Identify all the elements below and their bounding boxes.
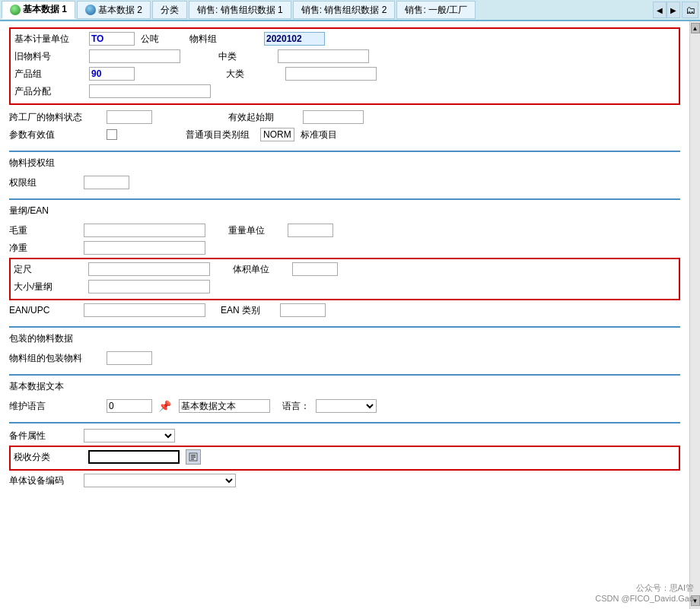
- mid-class-input[interactable]: [278, 49, 369, 63]
- pkg-group-input[interactable]: [107, 351, 152, 365]
- auth-group-label: 权限组: [9, 176, 78, 189]
- size-range-input[interactable]: [88, 280, 210, 293]
- tax-class-browse-icon[interactable]: [186, 449, 201, 465]
- basic-text-section: 基本数据文本 维护语言 📌 语言：: [9, 379, 680, 417]
- size-range-label: 大小/量纲: [14, 281, 82, 293]
- tax-class-label: 税收分类: [14, 451, 82, 464]
- param-valid-row: 参数有效值 普通项目类别组 NORM 标准项目: [9, 127, 680, 142]
- svg-rect-2: [191, 457, 196, 458]
- mid-class-label: 中类: [218, 50, 272, 63]
- divider-5: [9, 422, 680, 423]
- pkg-group-label: 物料组的包装物料: [9, 352, 100, 365]
- scroll-up-button[interactable]: ▲: [691, 23, 700, 33]
- size-label: 定尺: [14, 263, 82, 276]
- maintain-lang-label: 维护语言: [9, 400, 100, 413]
- weight-unit-label: 重量单位: [228, 224, 282, 237]
- divider-1: [9, 151, 680, 152]
- tab-sales-general[interactable]: 销售: 一般/工厂: [396, 1, 476, 19]
- auth-group-input[interactable]: [84, 176, 129, 189]
- big-class-input[interactable]: [285, 67, 377, 81]
- tab-classification[interactable]: 分类: [152, 1, 187, 19]
- tax-class-section: 税收分类: [9, 446, 680, 471]
- material-group-input[interactable]: [264, 32, 325, 46]
- net-weight-input[interactable]: [84, 241, 205, 255]
- volume-unit-label: 体积单位: [233, 263, 286, 276]
- tab3-label: 分类: [161, 4, 179, 17]
- main-content: 基本计量单位 公吨 物料组 旧物料号 中类: [0, 21, 700, 609]
- ean-upc-input[interactable]: [84, 303, 205, 317]
- basic-text-header-row: 基本数据文本: [9, 380, 680, 396]
- spare-attr-row: 备件属性: [9, 428, 680, 443]
- spare-attr-section: 备件属性 税收分类: [9, 427, 680, 492]
- old-material-input[interactable]: [89, 49, 180, 63]
- size-row: 定尺 体积单位: [14, 262, 676, 277]
- tab6-label: 销售: 一般/工厂: [405, 4, 467, 17]
- tab-sales-org-1[interactable]: 销售: 销售组织数据 1: [189, 1, 291, 19]
- tab5-label: 销售: 销售组织数据 2: [301, 4, 387, 17]
- size-input[interactable]: [88, 262, 210, 276]
- tax-class-input[interactable]: [88, 450, 180, 464]
- valid-from-label: 有效起始期: [228, 111, 297, 124]
- pkg-group-row: 物料组的包装物料: [9, 350, 680, 366]
- language-label: 语言：: [282, 400, 310, 413]
- ean-type-input[interactable]: [280, 303, 326, 317]
- svg-rect-3: [191, 458, 194, 460]
- svg-rect-1: [191, 455, 196, 456]
- tab-folder-button[interactable]: 🗂: [682, 2, 698, 18]
- general-item-label: 普通项目类别组: [186, 128, 254, 141]
- gross-weight-label: 毛重: [9, 224, 78, 237]
- cross-plant-input[interactable]: [107, 110, 152, 124]
- net-weight-row: 净重: [9, 240, 680, 255]
- scrollbar[interactable]: ▲ ▼: [689, 21, 700, 609]
- spare-attr-select[interactable]: [84, 429, 175, 442]
- product-group-label: 产品组: [14, 68, 83, 81]
- divider-4: [9, 374, 680, 376]
- tab1-icon: [10, 5, 21, 15]
- param-valid-label: 参数有效值: [9, 128, 100, 141]
- tab-basic-data-1[interactable]: 基本数据 1: [2, 1, 75, 19]
- tab-next-button[interactable]: ▶: [667, 2, 680, 18]
- basic-unit-uom: 公吨: [141, 33, 159, 46]
- product-allocation-label: 产品分配: [14, 85, 83, 98]
- cross-plant-section: 跨工厂的物料状态 有效起始期 参数有效值 普通项目类别组 NORM: [9, 108, 680, 146]
- divider-2: [9, 198, 680, 200]
- gross-weight-row: 毛重 重量单位: [9, 223, 680, 238]
- valid-from-input[interactable]: [303, 110, 364, 124]
- unit-device-select[interactable]: [84, 474, 236, 487]
- tab-prev-button[interactable]: ◀: [653, 2, 667, 18]
- tab-bar: 基本数据 1 基本数据 2 分类 销售: 销售组织数据 1 销售: 销售组织数据…: [0, 0, 700, 21]
- param-valid-checkbox[interactable]: [107, 129, 117, 140]
- product-group-row: 产品组 大类: [14, 66, 675, 81]
- basic-unit-input[interactable]: [89, 32, 135, 46]
- maintain-lang-input[interactable]: [107, 399, 152, 413]
- weight-ean-header: 量纲/EAN: [9, 205, 49, 217]
- tab2-label: 基本数据 2: [98, 4, 142, 17]
- standard-item-label: 标准项目: [301, 128, 337, 141]
- divider-3: [9, 326, 680, 328]
- ean-upc-label: EAN/UPC: [9, 305, 78, 316]
- size-range-row: 大小/量纲: [14, 279, 676, 294]
- material-group-label: 物料组: [189, 33, 258, 46]
- unit-device-label: 单体设备编码: [9, 474, 78, 487]
- weight-unit-input[interactable]: [288, 224, 333, 237]
- big-class-label: 大类: [226, 68, 279, 81]
- tab-basic-data-2[interactable]: 基本数据 2: [77, 1, 151, 19]
- scroll-down-button[interactable]: ▼: [691, 595, 700, 606]
- tab4-label: 销售: 销售组织数据 1: [197, 4, 283, 17]
- norm-badge: NORM: [260, 128, 294, 141]
- basic-data-text-input[interactable]: [179, 399, 270, 413]
- basic-info-section: 基本计量单位 公吨 物料组 旧物料号 中类: [9, 27, 680, 105]
- language-select[interactable]: [316, 399, 377, 413]
- tab-sales-org-2[interactable]: 销售: 销售组织数据 2: [293, 1, 396, 19]
- basic-unit-row: 基本计量单位 公吨 物料组: [14, 31, 675, 46]
- cross-plant-row: 跨工厂的物料状态 有效起始期: [9, 109, 680, 125]
- gross-weight-input[interactable]: [84, 224, 205, 237]
- packaging-header-row: 包装的物料数据: [9, 332, 680, 348]
- basic-unit-label: 基本计量单位: [14, 33, 83, 46]
- volume-unit-input[interactable]: [292, 262, 338, 276]
- material-auth-header: 物料授权组: [9, 157, 55, 170]
- product-group-input[interactable]: [89, 67, 135, 81]
- tab2-icon: [85, 5, 96, 15]
- size-section: 定尺 体积单位 大小/量纲: [9, 258, 680, 300]
- product-allocation-input[interactable]: [89, 84, 211, 98]
